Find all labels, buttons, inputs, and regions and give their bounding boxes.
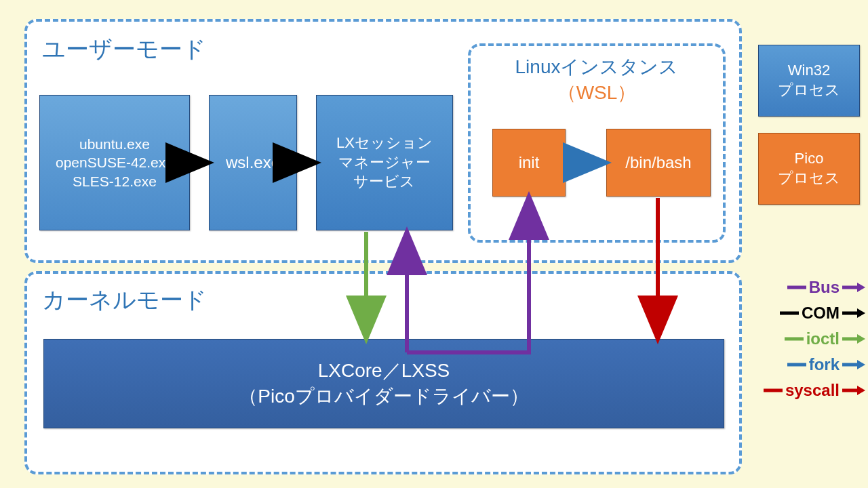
svg-marker-14 — [857, 386, 865, 395]
svg-marker-2 — [857, 283, 865, 292]
lxcore-text: LXCore／LXSS （Picoプロバイダードライバー） — [239, 358, 528, 409]
pico-box: Pico プロセス — [758, 133, 860, 205]
win32-box: Win32 プロセス — [758, 45, 860, 117]
lxcore-l2: （Picoプロバイダードライバー） — [239, 386, 528, 407]
init-text: init — [519, 153, 540, 172]
wsl-text: wsl.exe — [226, 153, 280, 172]
lxsession-text: LXセッション マネージャー サービス — [336, 134, 433, 192]
linux-instance-title-l2: （WSL） — [557, 82, 637, 103]
linux-instance-title: Linuxインスタンス （WSL） — [481, 54, 712, 106]
svg-marker-11 — [857, 360, 865, 369]
pico-text: Pico プロセス — [778, 149, 840, 188]
binbash-box: /bin/bash — [606, 129, 711, 197]
legend: Bus COM ioctl fork syscall — [747, 278, 865, 400]
legend-bus: Bus — [747, 278, 865, 297]
linux-instance-title-l1: Linuxインスタンス — [515, 56, 679, 77]
legend-ioctl: ioctl — [747, 329, 865, 348]
binbash-text: /bin/bash — [625, 153, 691, 172]
wsl-box: wsl.exe — [209, 95, 297, 230]
svg-marker-8 — [857, 334, 865, 344]
legend-fork: fork — [747, 355, 865, 374]
user-mode-title: ユーザーモード — [38, 34, 210, 65]
legend-com: COM — [747, 304, 865, 323]
svg-marker-5 — [857, 308, 865, 318]
launchers-text: ubuntu.exe openSUSE-42.exe SLES-12.exe — [56, 135, 174, 190]
lxcore-l1: LXCore／LXSS — [318, 360, 450, 381]
init-box: init — [492, 129, 566, 197]
legend-syscall: syscall — [747, 381, 865, 400]
lxcore-box: LXCore／LXSS （Picoプロバイダードライバー） — [43, 339, 724, 428]
kernel-mode-title: カーネルモード — [38, 285, 211, 316]
win32-text: Win32 プロセス — [778, 61, 840, 100]
lxsession-box: LXセッション マネージャー サービス — [316, 95, 453, 230]
launchers-box: ubuntu.exe openSUSE-42.exe SLES-12.exe — [39, 95, 190, 230]
